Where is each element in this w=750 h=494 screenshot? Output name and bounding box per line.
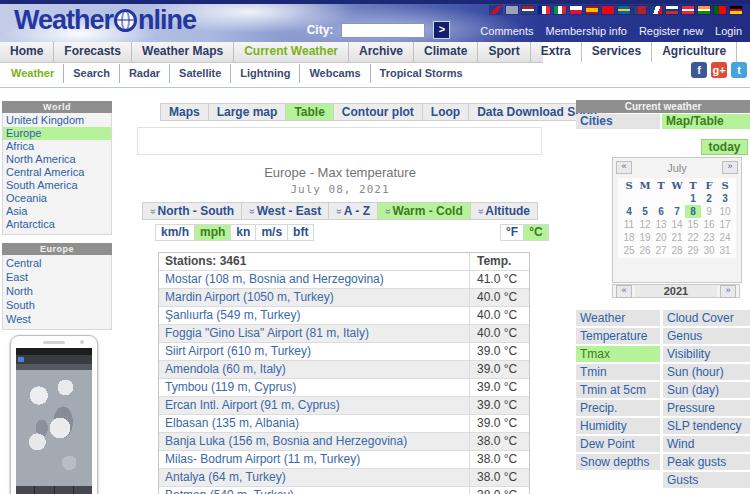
sort-button-west-east[interactable]: «West - East bbox=[242, 202, 329, 220]
view-tab-cities[interactable]: Cities bbox=[576, 114, 660, 129]
calendar-day-31[interactable]: 31 bbox=[717, 244, 733, 257]
calendar-day-28[interactable]: 28 bbox=[669, 244, 685, 257]
sort-button-a-z[interactable]: «A - Z bbox=[329, 202, 378, 220]
view-tab-map-table[interactable]: Map/Table bbox=[662, 114, 750, 129]
subnav-item-satellite[interactable]: Satellite bbox=[170, 64, 231, 83]
city-go-button[interactable]: > bbox=[433, 21, 450, 39]
tab-large-map[interactable]: Large map bbox=[209, 103, 287, 121]
menu-item-weather[interactable]: Weather bbox=[576, 310, 660, 326]
menu-item-tmin-at-5cm[interactable]: Tmin at 5cm bbox=[576, 382, 660, 398]
prev-month-button[interactable]: « bbox=[616, 161, 632, 174]
flag-russia[interactable] bbox=[666, 6, 678, 14]
sidebar-item-europe-east[interactable]: East bbox=[3, 270, 111, 284]
flag-poland[interactable] bbox=[570, 6, 582, 14]
calendar-day-13[interactable]: 13 bbox=[653, 218, 669, 231]
calendar-day-26[interactable]: 26 bbox=[637, 244, 653, 257]
flag-portugal[interactable] bbox=[714, 6, 726, 14]
calendar-day-18[interactable]: 18 bbox=[621, 231, 637, 244]
calendar-day-24[interactable]: 24 bbox=[717, 231, 733, 244]
flag-gray[interactable] bbox=[506, 6, 518, 14]
calendar-day-21[interactable]: 21 bbox=[669, 231, 685, 244]
calendar-day-1[interactable]: 1 bbox=[685, 192, 701, 205]
menu-item-wind[interactable]: Wind bbox=[663, 436, 750, 452]
sidebar-item-europe-west[interactable]: West bbox=[3, 312, 111, 326]
unit-mph[interactable]: mph bbox=[195, 224, 231, 241]
sidebar-item-europe[interactable]: Europe bbox=[3, 127, 111, 140]
calendar-day-9[interactable]: 9 bbox=[701, 205, 717, 218]
sidebar-item-asia[interactable]: Asia bbox=[3, 205, 111, 218]
menu-item-peak-gusts[interactable]: Peak gusts bbox=[663, 454, 750, 470]
tab-loop[interactable]: Loop bbox=[423, 103, 469, 121]
calendar-day-15[interactable]: 15 bbox=[685, 218, 701, 231]
subnav-item-radar[interactable]: Radar bbox=[120, 64, 170, 83]
station-link[interactable]: Amendola (60 m, Italy) bbox=[159, 361, 469, 378]
next-year-button[interactable]: » bbox=[720, 285, 736, 298]
sort-button-altitude[interactable]: «Altitude bbox=[471, 202, 538, 220]
flag-netherlands[interactable] bbox=[522, 6, 534, 14]
menu-item-cloud-cover[interactable]: Cloud Cover bbox=[663, 310, 750, 326]
menu-item-tmin[interactable]: Tmin bbox=[576, 364, 660, 380]
city-input[interactable] bbox=[341, 23, 425, 38]
header-link-register-new[interactable]: Register new bbox=[639, 25, 703, 37]
site-logo[interactable]: Weathernline bbox=[14, 5, 196, 36]
flag-usa[interactable] bbox=[634, 6, 646, 14]
menu-item-pressure[interactable]: Pressure bbox=[663, 400, 750, 416]
nav-item-climate[interactable]: Climate bbox=[414, 42, 478, 62]
menu-item-gusts[interactable]: Gusts bbox=[663, 472, 750, 488]
sidebar-item-south-america[interactable]: South America bbox=[3, 179, 111, 192]
unit-f[interactable]: °F bbox=[500, 224, 524, 241]
calendar-day-20[interactable]: 20 bbox=[653, 231, 669, 244]
station-link[interactable]: Antalya (64 m, Turkey) bbox=[159, 469, 469, 486]
tab-maps[interactable]: Maps bbox=[160, 103, 209, 121]
calendar-day-11[interactable]: 11 bbox=[621, 218, 637, 231]
calendar-day-6[interactable]: 6 bbox=[653, 205, 669, 218]
flag-czech[interactable] bbox=[650, 6, 662, 14]
station-link[interactable]: Milas- Bodrum Airport (11 m, Turkey) bbox=[159, 451, 469, 468]
station-link[interactable]: Tymbou (119 m, Cyprus) bbox=[159, 379, 469, 396]
station-link[interactable]: Ercan Intl. Airport (91 m, Cyprus) bbox=[159, 397, 469, 414]
subnav-item-search[interactable]: Search bbox=[64, 64, 120, 83]
mobile-app-promo[interactable] bbox=[10, 335, 98, 494]
sidebar-item-antarctica[interactable]: Antarctica bbox=[3, 218, 111, 231]
station-link[interactable]: Mardin Airport (1050 m, Turkey) bbox=[159, 289, 469, 306]
google-plus-icon[interactable]: g+ bbox=[711, 62, 727, 78]
calendar-day-10[interactable]: 10 bbox=[717, 205, 733, 218]
nav-item-weather-maps[interactable]: Weather Maps bbox=[132, 42, 234, 62]
station-link[interactable]: Siirt Airport (610 m, Turkey) bbox=[159, 343, 469, 360]
calendar-day-2[interactable]: 2 bbox=[701, 192, 717, 205]
calendar-day-8[interactable]: 8 bbox=[685, 205, 701, 218]
menu-item-dew-point[interactable]: Dew Point bbox=[576, 436, 660, 452]
unit-km-h[interactable]: km/h bbox=[155, 224, 195, 241]
sidebar-item-europe-central[interactable]: Central bbox=[3, 256, 111, 270]
sidebar-item-united-kingdom[interactable]: United Kingdom bbox=[3, 114, 111, 127]
flag-france[interactable] bbox=[538, 6, 550, 14]
nav-item-archive[interactable]: Archive bbox=[349, 42, 414, 62]
menu-item-slp-tendency[interactable]: SLP tendency bbox=[663, 418, 750, 434]
station-link[interactable]: Batman (540 m, Turkey) bbox=[159, 487, 469, 494]
menu-item-tmax[interactable]: Tmax bbox=[576, 346, 660, 362]
unit-kn[interactable]: kn bbox=[231, 224, 256, 241]
calendar-day-4[interactable]: 4 bbox=[621, 205, 637, 218]
menu-item-sun-hour[interactable]: Sun (hour) bbox=[663, 364, 750, 380]
sidebar-item-oceania[interactable]: Oceania bbox=[3, 192, 111, 205]
station-link[interactable]: Foggia "Gino Lisa" Airport (81 m, Italy) bbox=[159, 325, 469, 342]
calendar-day-14[interactable]: 14 bbox=[669, 218, 685, 231]
subnav-item-lightning[interactable]: Lightning bbox=[231, 64, 300, 83]
nav-item-services[interactable]: Services bbox=[582, 42, 652, 62]
calendar-day-30[interactable]: 30 bbox=[701, 244, 717, 257]
menu-item-precip[interactable]: Precip. bbox=[576, 400, 660, 416]
tab-contour-plot[interactable]: Contour plot bbox=[334, 103, 423, 121]
calendar-day-27[interactable]: 27 bbox=[653, 244, 669, 257]
sidebar-item-europe-north[interactable]: North bbox=[3, 284, 111, 298]
sidebar-item-central-america[interactable]: Central America bbox=[3, 166, 111, 179]
header-link-login[interactable]: Login bbox=[715, 25, 742, 37]
menu-item-humidity[interactable]: Humidity bbox=[576, 418, 660, 434]
calendar-day-29[interactable]: 29 bbox=[685, 244, 701, 257]
flag-turkey[interactable] bbox=[602, 6, 614, 14]
menu-item-visibility[interactable]: Visibility bbox=[663, 346, 750, 362]
header-link-comments[interactable]: Comments bbox=[480, 25, 533, 37]
calendar-day-19[interactable]: 19 bbox=[637, 231, 653, 244]
nav-item-agriculture[interactable]: Agriculture bbox=[652, 42, 737, 62]
subnav-item-webcams[interactable]: Webcams bbox=[300, 64, 370, 83]
sidebar-item-north-america[interactable]: North America bbox=[3, 153, 111, 166]
